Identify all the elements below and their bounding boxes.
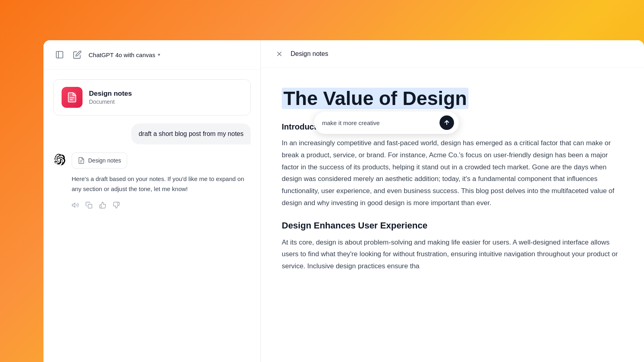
canvas-content[interactable]: The Value of Design Introduction In an i: [261, 68, 644, 362]
thumbs-down-button[interactable]: [113, 202, 120, 209]
design-notes-card-subtitle: Document: [89, 99, 132, 105]
design-notes-info: Design notes Document: [89, 90, 132, 105]
section1-heading: Design Enhances User Experience: [282, 220, 623, 231]
sidebar-toggle-button[interactable]: [53, 48, 66, 61]
design-notes-icon: [62, 87, 83, 108]
new-chat-button[interactable]: [71, 48, 84, 61]
doc-reference-label: Design notes: [88, 157, 121, 164]
feedback-actions: [72, 202, 251, 209]
inline-edit-box: [314, 111, 459, 134]
chat-header: ChatGPT 4o with canvas ▾: [43, 40, 260, 70]
canvas-panel: Design notes The Value of Design: [261, 40, 644, 362]
svg-rect-8: [88, 204, 92, 208]
audio-button[interactable]: [72, 202, 79, 209]
user-message-bubble: draft a short blog post from my notes: [131, 123, 251, 144]
close-canvas-button[interactable]: [274, 48, 285, 60]
copy-button[interactable]: [85, 202, 93, 209]
svg-rect-0: [56, 51, 63, 58]
svg-marker-7: [72, 203, 75, 207]
model-name: ChatGPT 4o with canvas: [89, 51, 155, 58]
chat-messages: Design notes Document draft a short blog…: [43, 70, 260, 362]
thumbs-up-button[interactable]: [99, 202, 106, 209]
doc-reference-button[interactable]: Design notes: [72, 152, 127, 169]
ai-avatar: [53, 153, 66, 166]
ai-content: Design notes Here's a draft based on you…: [72, 152, 251, 209]
chat-panel: ChatGPT 4o with canvas ▾ Design not: [43, 40, 261, 362]
model-chevron-icon: ▾: [158, 52, 160, 58]
ai-response: Design notes Here's a draft based on you…: [53, 152, 251, 209]
intro-text: In an increasingly competitive and fast-…: [282, 137, 623, 209]
inline-edit-submit-button[interactable]: [440, 115, 454, 130]
ai-response-text: Here's a draft based on your notes. If y…: [72, 174, 251, 194]
canvas-header: Design notes: [261, 40, 644, 68]
blog-title-wrapper: The Value of Design: [282, 87, 623, 109]
design-notes-card-title: Design notes: [89, 90, 132, 98]
inline-edit-input[interactable]: [322, 119, 436, 126]
app-window: ChatGPT 4o with canvas ▾ Design not: [43, 40, 644, 362]
section1-text: At its core, design is about problem-sol…: [282, 237, 623, 272]
blog-post-title: The Value of Design: [282, 88, 469, 109]
canvas-title: Design notes: [291, 50, 328, 58]
design-notes-attachment-card[interactable]: Design notes Document: [53, 79, 251, 115]
model-selector[interactable]: ChatGPT 4o with canvas ▾: [89, 51, 160, 58]
